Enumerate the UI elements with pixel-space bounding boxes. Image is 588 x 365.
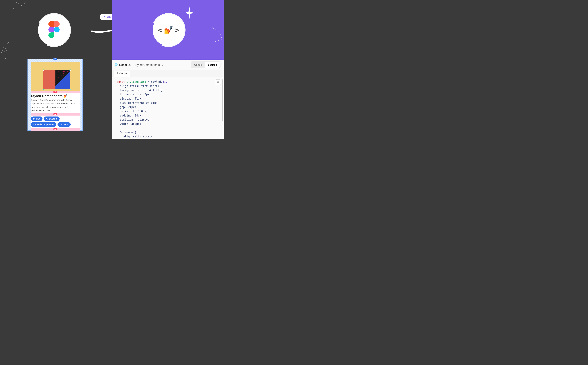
figma-badge (38, 14, 70, 46)
sparkle-icon (103, 16, 106, 18)
svg-point-2 (21, 5, 22, 6)
svg-point-9 (5, 58, 6, 59)
svg-point-0 (13, 8, 14, 9)
svg-point-7 (1, 52, 2, 53)
svg-point-14 (116, 64, 117, 65)
svg-point-10 (212, 28, 213, 28)
tag-chip[interactable]: #Javascript (44, 117, 60, 121)
copy-button[interactable] (215, 79, 221, 85)
tag-chip[interactable]: #React (31, 117, 42, 121)
svg-point-1 (16, 2, 17, 3)
svg-point-8 (7, 50, 7, 51)
view-toggle: Usage Source (191, 61, 221, 68)
svg-point-5 (8, 42, 9, 43)
ui-card: //////// .API( · ) { · ('·}); 24 Styled … (31, 62, 80, 131)
svg-rect-18 (217, 82, 219, 83)
svg-rect-19 (217, 81, 218, 83)
svg-point-6 (4, 46, 4, 47)
spacing-badge: 24 (53, 113, 57, 115)
code-block[interactable]: const StyledUiCard = styled.div` align-i… (112, 77, 224, 139)
constellation-decoration (13, 2, 26, 11)
angle-right-icon: > (175, 26, 179, 34)
tag-chip[interactable]: #Styled Components (31, 122, 56, 127)
card-title: Styled Components 💅 (31, 93, 80, 98)
angle-left-icon: < (158, 26, 162, 34)
usage-toggle[interactable]: Usage (191, 62, 205, 68)
tag-chips: #React #Javascript #Styled Components #A… (31, 116, 80, 128)
chevron-down-icon: ⌄ (162, 64, 163, 66)
framework-selector[interactable]: React jsx + Styled Components ⌄ (114, 63, 163, 67)
card-body-text: Anima's CodeGen combined with GenAI capa… (31, 98, 80, 113)
purple-hero: < 💅 > (112, 0, 224, 60)
code-badge: < 💅 > (153, 14, 185, 46)
design-panel: 24 //////// .API( · ) { · ('·}); 24 Styl… (0, 0, 112, 139)
figma-selection-frame[interactable]: 24 //////// .API( · ) { · ('·}); 24 Styl… (28, 59, 83, 131)
figma-logo-icon (49, 21, 60, 39)
spacing-badge: 24 (53, 91, 57, 93)
spacing-badge: 24 (53, 58, 57, 60)
code-output-panel: React jsx + Styled Components ⌄ Usage So… (112, 60, 224, 139)
card-image: //////// .API( · ) { · ('·}); (31, 62, 80, 91)
constellation-decoration (1, 42, 10, 59)
svg-point-13 (215, 41, 216, 42)
spacing-badge: 24 (53, 128, 57, 130)
copy-icon (217, 81, 219, 84)
svg-point-12 (222, 39, 222, 40)
svg-point-11 (219, 32, 220, 32)
scrollbar[interactable] (222, 79, 223, 121)
file-tab-strip: index.jsx (112, 70, 224, 77)
svg-line-4 (4, 46, 7, 50)
react-icon (114, 63, 118, 67)
code-toolbar: React jsx + Styled Components ⌄ Usage So… (112, 60, 224, 70)
sparkle-star-icon (185, 6, 193, 19)
constellation-decoration (211, 26, 224, 44)
code-panel: < 💅 > React jsx + Styled Components ⌄ Us… (112, 0, 224, 139)
inner-selection-box[interactable] (43, 70, 70, 89)
svg-point-3 (25, 3, 26, 3)
tag-chip[interactable]: #AI Beta (57, 122, 71, 127)
file-tab[interactable]: index.jsx (114, 70, 130, 77)
source-toggle[interactable]: Source (205, 62, 220, 68)
nail-polish-emoji-icon: 💅 (164, 26, 173, 35)
